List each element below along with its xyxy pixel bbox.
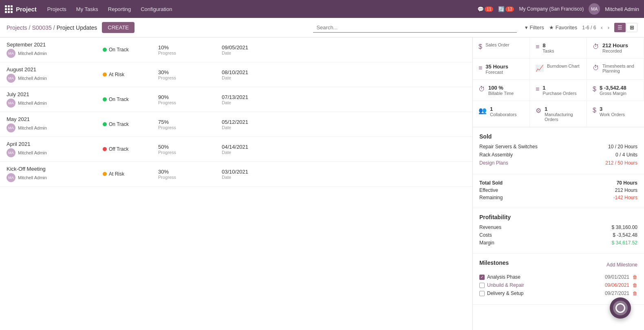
list-row[interactable]: August 2021 MA Mitchell Admin At Risk 30… <box>0 62 472 87</box>
stat-cell[interactable]: ≡ 8 Tasks <box>530 37 587 59</box>
sold-title: Sold <box>479 133 637 140</box>
costs-row: Costs $ -3,542.48 <box>479 232 637 238</box>
breadcrumb-s00035[interactable]: S00035 <box>32 24 51 31</box>
stat-icon: ≡ <box>536 43 539 51</box>
stat-label: Billable Time <box>488 91 514 96</box>
stat-icon: ≡ <box>536 86 539 93</box>
prev-page-button[interactable]: ‹ <box>601 24 602 31</box>
nav-links: Projects My Tasks Reporting Configuratio… <box>43 4 176 14</box>
date-label: Date <box>222 75 279 80</box>
sold-section: Sold Repair Servers & Switches 10 / 20 H… <box>473 128 644 174</box>
breadcrumb-projects[interactable]: Projects <box>7 24 27 31</box>
pagination: 1-6 / 6 <box>582 25 596 31</box>
milestone-checkbox[interactable] <box>479 291 485 296</box>
list-row[interactable]: May 2021 MA Mitchell Admin On Track 75% … <box>0 112 472 137</box>
milestone-name[interactable]: Unbuild & Repair <box>487 282 524 288</box>
filters-button[interactable]: ▾ Filters <box>525 24 544 31</box>
total-sold-row: Total Sold 70 Hours <box>479 180 637 186</box>
sold-item: Design Plans 212 / 50 Hours <box>479 160 637 166</box>
sold-item-name: Repair Servers & Switches <box>479 144 538 150</box>
stat-cell[interactable]: ⏱ 212 Hours Recorded <box>587 37 644 59</box>
search-input[interactable] <box>313 23 517 33</box>
row-user: MA Mitchell Admin <box>7 49 96 58</box>
activity-badge: 13 <box>505 7 514 12</box>
row-name-col: Kick-Off Meeting MA Mitchell Admin <box>7 166 96 182</box>
status-badge: Off Track <box>103 146 152 152</box>
search-bar <box>313 23 517 33</box>
apps-icon[interactable] <box>5 5 13 13</box>
stat-cell[interactable]: 📈 Burndown Chart <box>530 59 587 80</box>
next-page-button[interactable]: › <box>608 24 609 31</box>
stat-cell[interactable]: 👥 1 Collaborators <box>473 101 530 127</box>
row-progress-col: 10% Progress <box>158 44 215 55</box>
row-name-col: May 2021 MA Mitchell Admin <box>7 116 96 132</box>
subheader: Projects / S00035 / Project Updates CREA… <box>0 18 644 37</box>
stat-content: 1 Manufacturing Orders <box>545 106 581 122</box>
nav-my-tasks[interactable]: My Tasks <box>72 4 102 14</box>
milestone-left: Delivery & Setup <box>479 290 523 296</box>
company-name[interactable]: My Company (San Francisco) <box>519 6 584 12</box>
right-panel: $ Sales Order ≡ 8 Tasks ⏱ 212 Hours Reco… <box>473 37 644 330</box>
milestone-checkbox[interactable] <box>479 283 485 288</box>
row-status-col: On Track <box>103 121 152 127</box>
fab-button[interactable] <box>610 297 631 319</box>
row-date-col: 05/12/2021 Date <box>222 119 279 130</box>
list-view-button[interactable]: ☰ <box>614 23 626 32</box>
milestone-checkbox[interactable]: ✓ <box>479 275 485 280</box>
list-row[interactable]: April 2021 MA Mitchell Admin Off Track 5… <box>0 137 472 162</box>
stat-cell[interactable]: ≡ 35 Hours Forecast <box>473 59 530 80</box>
stat-icon: ⏱ <box>593 64 599 72</box>
stat-icon: ⚙ <box>536 107 541 114</box>
user-name[interactable]: Mitchell Admin <box>605 6 639 12</box>
stat-cell[interactable]: ⚙ 1 Manufacturing Orders <box>530 101 587 127</box>
app-brand[interactable]: Project <box>5 5 37 13</box>
add-milestone-button[interactable]: Add Milestone <box>607 262 637 268</box>
row-status-col: On Track <box>103 97 152 102</box>
row-date-col: 03/10/2021 Date <box>222 169 279 180</box>
row-title: August 2021 <box>7 66 96 73</box>
date-value: 09/05/2021 <box>222 44 279 51</box>
chat-notification[interactable]: 💬 11 <box>477 6 493 12</box>
avatar: MA <box>7 173 15 182</box>
create-button[interactable]: CREATE <box>102 22 135 33</box>
stat-content: $ -3,542.48 Gross Margin <box>600 85 626 96</box>
kanban-view-button[interactable]: ⊞ <box>626 23 637 32</box>
activity-notification[interactable]: 🔄 13 <box>498 6 514 12</box>
avatar: MA <box>7 148 15 157</box>
progress-value: 90% <box>158 94 215 100</box>
list-row[interactable]: September 2021 MA Mitchell Admin On Trac… <box>0 37 472 62</box>
nav-configuration[interactable]: Configuration <box>137 4 176 14</box>
stat-number: 35 Hours <box>485 64 508 70</box>
status-label: On Track <box>109 121 129 127</box>
favorites-button[interactable]: ★ Favorites <box>549 24 577 31</box>
delete-milestone-icon[interactable]: 🗑 <box>633 290 637 296</box>
delete-milestone-icon[interactable]: 🗑 <box>633 282 637 288</box>
stat-label: Work Orders <box>600 112 625 117</box>
row-status-col: At Risk <box>103 171 152 177</box>
nav-projects[interactable]: Projects <box>43 4 71 14</box>
sold-item-name[interactable]: Design Plans <box>479 160 508 166</box>
row-user: MA Mitchell Admin <box>7 99 96 108</box>
stat-label: Recorded <box>602 48 628 53</box>
milestone-name: Delivery & Setup <box>487 290 523 296</box>
date-value: 07/13/2021 <box>222 94 279 100</box>
stat-cell[interactable]: ≡ 1 Purchase Orders <box>530 80 587 101</box>
stat-label: Sales Order <box>485 42 509 47</box>
stat-cell[interactable]: ⏱ 100 % Billable Time <box>473 80 530 101</box>
delete-milestone-icon[interactable]: 🗑 <box>633 274 637 280</box>
user-avatar[interactable]: MA <box>589 3 600 15</box>
row-date-col: 04/14/2021 Date <box>222 144 279 155</box>
milestone-item: Delivery & Setup 09/27/2021 🗑 <box>479 290 637 296</box>
status-label: On Track <box>109 47 129 53</box>
list-row[interactable]: Kick-Off Meeting MA Mitchell Admin At Ri… <box>0 162 472 187</box>
stat-cell[interactable]: $ Sales Order <box>473 37 530 59</box>
row-title: April 2021 <box>7 141 96 147</box>
revenues-row: Revenues $ 38,160.00 <box>479 224 637 230</box>
list-row[interactable]: July 2021 MA Mitchell Admin On Track 90%… <box>0 87 472 112</box>
stat-content: 100 % Billable Time <box>488 85 514 96</box>
stat-cell[interactable]: ⏱ Timesheets and Planning <box>587 59 644 80</box>
stat-cell[interactable]: $ $ -3,542.48 Gross Margin <box>587 80 644 101</box>
breadcrumb-sep1: / <box>29 24 31 31</box>
nav-reporting[interactable]: Reporting <box>104 4 135 14</box>
stat-cell[interactable]: $ 3 Work Orders <box>587 101 644 127</box>
